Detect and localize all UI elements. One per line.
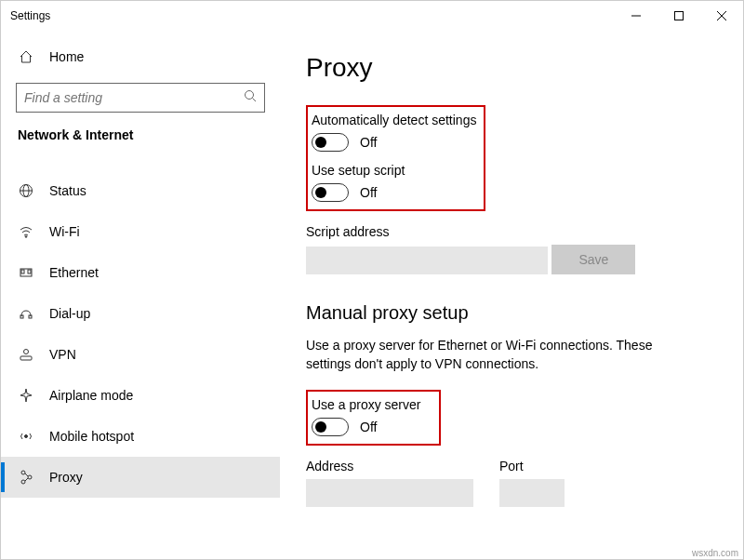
window-controls: [615, 1, 743, 31]
sidebar-item-vpn[interactable]: VPN: [1, 334, 280, 375]
page-title: Proxy: [306, 53, 721, 83]
titlebar: Settings: [1, 1, 743, 31]
svg-point-18: [21, 471, 25, 474]
close-button[interactable]: [700, 1, 743, 31]
proxy-icon: [18, 470, 34, 485]
setup-script-label: Use setup script: [312, 163, 476, 178]
svg-line-21: [25, 473, 28, 476]
search-box[interactable]: [16, 83, 265, 113]
wifi-icon: [18, 224, 34, 239]
dialup-icon: [18, 306, 34, 321]
vpn-icon: [18, 347, 34, 362]
sidebar-item-airplane[interactable]: Airplane mode: [1, 375, 280, 416]
search-icon: [244, 89, 257, 106]
maximize-button[interactable]: [658, 1, 700, 31]
hotspot-icon: [18, 429, 34, 444]
svg-point-19: [21, 480, 25, 484]
sidebar-item-dialup[interactable]: Dial-up: [1, 293, 280, 334]
manual-desc: Use a proxy server for Ethernet or Wi-Fi…: [306, 337, 697, 373]
main-content: Proxy Automatically detect settings Off …: [280, 31, 743, 559]
minimize-button[interactable]: [615, 1, 658, 31]
home-nav[interactable]: Home: [1, 38, 280, 75]
sidebar-item-label: Dial-up: [49, 306, 90, 321]
save-button[interactable]: Save: [551, 245, 635, 274]
use-proxy-label: Use a proxy server: [312, 397, 420, 412]
globe-icon: [18, 183, 34, 198]
svg-point-20: [28, 475, 32, 479]
script-address-input[interactable]: [306, 247, 548, 274]
auto-detect-toggle[interactable]: [312, 133, 349, 152]
sidebar-item-label: Mobile hotspot: [49, 429, 134, 444]
section-title: Network & Internet: [1, 127, 280, 153]
sidebar: Home Network & Internet Status Wi-Fi Eth…: [1, 31, 280, 559]
search-input[interactable]: [24, 90, 244, 105]
highlight-box-auto: Automatically detect settings Off Use se…: [306, 105, 485, 211]
svg-line-22: [25, 478, 28, 481]
sidebar-item-label: Proxy: [49, 470, 83, 485]
auto-detect-state: Off: [360, 135, 377, 150]
use-proxy-state: Off: [360, 420, 377, 434]
manual-heading: Manual proxy setup: [306, 302, 721, 324]
svg-point-4: [246, 91, 254, 100]
port-label: Port: [499, 459, 565, 473]
sidebar-item-wifi[interactable]: Wi-Fi: [1, 211, 280, 252]
window-title: Settings: [10, 9, 615, 22]
svg-rect-13: [20, 315, 23, 318]
ethernet-icon: [18, 265, 34, 280]
svg-point-17: [25, 435, 28, 438]
home-icon: [18, 49, 34, 64]
sidebar-item-label: Ethernet: [49, 265, 99, 280]
svg-rect-12: [28, 270, 31, 273]
address-input[interactable]: [306, 479, 473, 507]
setup-script-toggle[interactable]: [312, 183, 349, 202]
sidebar-item-ethernet[interactable]: Ethernet: [1, 252, 280, 293]
setup-script-state: Off: [360, 185, 377, 200]
watermark: wsxdn.com: [692, 548, 738, 558]
sidebar-item-label: VPN: [49, 347, 76, 362]
sidebar-item-label: Airplane mode: [49, 388, 133, 403]
auto-detect-label: Automatically detect settings: [312, 113, 476, 127]
sidebar-item-proxy[interactable]: Proxy: [1, 457, 280, 498]
sidebar-item-status[interactable]: Status: [1, 170, 280, 211]
svg-line-5: [253, 99, 257, 102]
port-input[interactable]: [499, 479, 565, 507]
address-label: Address: [306, 459, 473, 473]
sidebar-item-hotspot[interactable]: Mobile hotspot: [1, 416, 280, 457]
highlight-box-proxy: Use a proxy server Off: [306, 390, 441, 446]
script-address-label: Script address: [306, 224, 721, 239]
svg-rect-16: [20, 356, 32, 360]
svg-rect-1: [675, 12, 684, 20]
sidebar-item-label: Wi-Fi: [49, 224, 80, 239]
svg-point-9: [25, 236, 27, 238]
svg-rect-14: [29, 315, 32, 318]
airplane-icon: [18, 388, 34, 403]
use-proxy-toggle[interactable]: [312, 418, 349, 436]
svg-rect-11: [21, 270, 24, 273]
home-label: Home: [49, 49, 84, 64]
svg-point-15: [24, 350, 29, 354]
sidebar-item-label: Status: [49, 183, 86, 198]
